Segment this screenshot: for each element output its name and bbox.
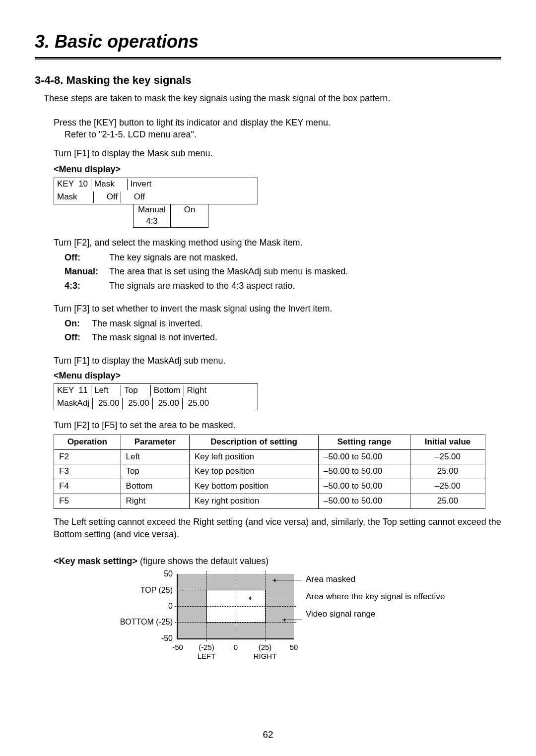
m1r1c2: Mask: [91, 179, 127, 190]
step1-line1: Press the [KEY] button to light its indi…: [54, 117, 501, 128]
m1r1c1: KEY 10: [54, 179, 91, 190]
page-number: 62: [0, 728, 536, 741]
th-range: Setting range: [319, 435, 410, 449]
m1opt-on: On: [171, 204, 208, 216]
s3-off-term: Off:: [65, 252, 109, 263]
m2r1c5: Right: [184, 385, 210, 396]
menu1-options: Manual 4:3 On: [133, 204, 208, 228]
table-row: F2LeftKey left position–50.00 to 50.00–2…: [54, 449, 485, 464]
yl-50: 50: [164, 568, 173, 579]
xl-right: RIGHT: [254, 651, 277, 661]
m1r2c3: Off: [121, 191, 148, 203]
menu-display-2: KEY 11 Left Top Bottom Right MaskAdj 25.…: [54, 383, 258, 410]
table-row: F5RightKey right position–50.00 to 50.00…: [54, 494, 485, 509]
s3-43-term: 4:3:: [65, 280, 109, 292]
s3-43-desc: The signals are masked to the 4:3 aspect…: [109, 280, 501, 292]
s4-off-desc: The mask signal is not inverted.: [92, 331, 501, 343]
m2r2c3: 25.00: [122, 398, 152, 409]
step4-line: Turn [F3] to set whether to invert the m…: [54, 303, 501, 315]
figure-caption: <Key mask setting> (figure shows the def…: [54, 555, 501, 567]
m2r1c1: KEY 11: [54, 385, 91, 396]
step5-line: Turn [F1] to display the MaskAdj sub men…: [54, 355, 501, 367]
m2r2c4: 25.00: [152, 398, 182, 409]
s3-man-desc: The area that is set using the MaskAdj s…: [109, 265, 501, 277]
yl-0: 0: [168, 601, 173, 612]
s4-on-term: On:: [65, 317, 92, 329]
th-init: Initial value: [410, 435, 485, 449]
s4-off-term: Off:: [65, 331, 92, 343]
step2-line: Turn [F1] to display the Mask sub menu.: [54, 147, 501, 159]
rule-thin: [35, 60, 501, 60]
table-row: F4BottomKey bottom position–50.00 to 50.…: [54, 479, 485, 494]
xl-0: -50: [172, 642, 183, 652]
settings-table: Operation Parameter Description of setti…: [54, 435, 485, 509]
xl-2: 0: [234, 642, 238, 652]
mask-diagram: 50 TOP (25) 0 BOTTOM (-25) -50 -50 (-25)…: [54, 574, 485, 673]
menu-display-1: KEY 10 Mask Invert Mask Off Off: [54, 178, 258, 204]
table-row: F3TopKey top position–50.00 to 50.0025.0…: [54, 464, 485, 479]
menu-display-label-1: <Menu display>: [54, 163, 501, 175]
m2r2c5: 25.00: [182, 398, 212, 409]
m1r2c1: Mask: [54, 191, 93, 203]
constraint-note: The Left setting cannot exceed the Right…: [54, 516, 501, 540]
m1opt-manual: Manual: [134, 204, 170, 216]
legend-masked: Area masked: [306, 574, 445, 585]
s3-man-term: Manual:: [65, 265, 109, 277]
step6-line: Turn [F2] to [F5] to set the area to be …: [54, 419, 501, 431]
intro-text: These steps are taken to mask the key si…: [44, 92, 501, 104]
section-title: 3-4-8. Masking the key signals: [35, 73, 501, 88]
chapter-title: 3. Basic operations: [35, 30, 501, 54]
m2r2c1: MaskAdj: [54, 398, 92, 409]
menu-display-label-2: <Menu display>: [54, 370, 501, 381]
xl-4: 50: [290, 642, 298, 652]
yl-n50: -50: [161, 633, 173, 644]
m1opt-43: 4:3: [134, 216, 170, 227]
th-op: Operation: [54, 435, 121, 449]
m1r2c2: Off: [93, 191, 121, 203]
m1r1c3: Invert: [127, 179, 157, 190]
th-desc: Description of setting: [190, 435, 319, 449]
legend-effective: Area where the key signal is effective: [306, 591, 445, 603]
s4-on-desc: The mask signal is inverted.: [92, 317, 501, 329]
rule-thick: [35, 57, 501, 59]
m2r2c2: 25.00: [92, 398, 122, 409]
yl-top: TOP (25): [140, 585, 173, 596]
step1-line2: Refer to "2-1-5. LCD menu area".: [65, 128, 501, 140]
step3-line: Turn [F2], and select the masking method…: [54, 237, 501, 249]
s3-off-desc: The key signals are not masked.: [109, 252, 501, 263]
m2r1c3: Top: [121, 385, 150, 396]
legend-range: Video signal range: [306, 609, 445, 620]
xl-left: LEFT: [198, 651, 216, 661]
m2r1c2: Left: [91, 385, 121, 396]
th-param: Parameter: [121, 435, 189, 449]
yl-bot: BOTTOM (-25): [120, 617, 173, 628]
m2r1c4: Bottom: [150, 385, 184, 396]
